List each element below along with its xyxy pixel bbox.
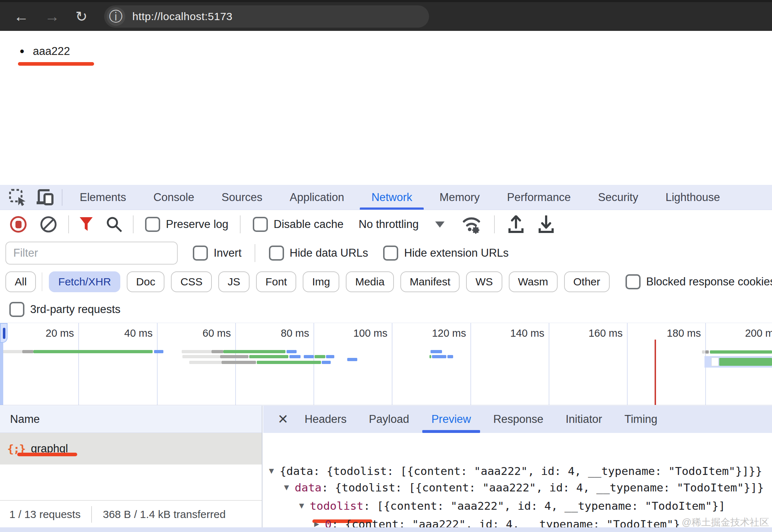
tab-memory[interactable]: Memory: [426, 185, 493, 210]
forward-icon[interactable]: →: [45, 9, 60, 24]
waterfall-bar: [257, 361, 321, 364]
tab-payload[interactable]: Payload: [358, 406, 420, 433]
hide-extension-urls-checkbox[interactable]: [383, 246, 398, 261]
tab-initiator[interactable]: Initiator: [554, 406, 613, 433]
import-har-icon[interactable]: [508, 215, 524, 233]
waterfall-bar: [182, 355, 220, 358]
waterfall-bar: [304, 355, 314, 358]
expand-arrow-icon[interactable]: ▼: [299, 501, 304, 510]
third-party-row: 3rd-party requests: [0, 297, 772, 322]
json-key: todolist: [310, 499, 363, 512]
network-overview-timeline[interactable]: 20 ms 40 ms 60 ms 80 ms 100 ms 120 ms 14…: [0, 323, 772, 405]
chip-js[interactable]: JS: [218, 271, 250, 292]
gridline: [313, 323, 314, 405]
json-tree-row[interactable]: ▶0: {content: "aaa222", id: 4, __typenam…: [314, 518, 680, 528]
screenshot-root: ← → ↻ ⓘ http://localhost:5173 • aaa222: [0, 0, 772, 532]
gridline: [627, 323, 628, 405]
chip-media[interactable]: Media: [346, 271, 394, 292]
gridline: [235, 323, 236, 405]
waterfall-bar: [154, 350, 163, 353]
tab-performance[interactable]: Performance: [493, 185, 584, 210]
record-icon[interactable]: [10, 216, 27, 233]
device-toolbar-icon[interactable]: [35, 188, 55, 206]
filter-input[interactable]: [5, 242, 178, 265]
waterfall-bar: [315, 355, 325, 358]
tab-elements[interactable]: Elements: [66, 185, 140, 210]
chip-all[interactable]: All: [5, 271, 36, 292]
chip-font[interactable]: Font: [256, 271, 296, 292]
network-filter-row: Invert Hide data URLs Hide extension URL…: [0, 239, 772, 267]
details-tab-bar: ✕ Headers Payload Preview Response Initi…: [263, 406, 772, 433]
todo-list-item: • aaa222: [20, 44, 70, 59]
chip-doc[interactable]: Doc: [127, 271, 164, 292]
invert-checkbox[interactable]: [193, 246, 208, 261]
expand-arrow-icon[interactable]: ▼: [269, 466, 274, 475]
tab-network[interactable]: Network: [358, 185, 426, 210]
chip-fetch-xhr[interactable]: Fetch/XHR: [49, 271, 120, 292]
inspect-icon[interactable]: [9, 188, 27, 206]
json-tree-row[interactable]: ▼data: {todolist: [{content: "aaa222", i…: [284, 481, 764, 494]
name-column-header[interactable]: Name: [0, 406, 262, 433]
waterfall-bar: [223, 350, 285, 353]
annotation-underline: [17, 453, 77, 456]
chip-wasm[interactable]: Wasm: [509, 271, 558, 292]
tab-preview[interactable]: Preview: [420, 406, 482, 433]
waterfall-bar: [220, 355, 248, 358]
search-icon[interactable]: [106, 216, 123, 233]
export-har-icon[interactable]: [538, 215, 554, 233]
todo-item-text: aaa222: [33, 45, 70, 58]
json-tree-row[interactable]: ▼{data: {todolist: [{content: "aaa222", …: [269, 465, 762, 477]
overview-drag-handle[interactable]: [0, 323, 8, 343]
tab-security[interactable]: Security: [585, 185, 652, 210]
chip-ws[interactable]: WS: [466, 271, 502, 292]
tab-timing[interactable]: Timing: [613, 406, 669, 433]
clear-icon[interactable]: [39, 215, 57, 233]
filter-icon[interactable]: [79, 216, 93, 232]
close-icon[interactable]: ✕: [278, 412, 288, 427]
invert-label: Invert: [214, 247, 242, 260]
tab-sources[interactable]: Sources: [208, 185, 276, 210]
tab-headers[interactable]: Headers: [293, 406, 358, 433]
tick-label: 60 ms: [203, 327, 231, 339]
waterfall-bar: [429, 355, 431, 358]
browser-toolbar: ← → ↻ ⓘ http://localhost:5173: [0, 0, 772, 31]
bottom-strip: [0, 527, 772, 532]
disable-cache-checkbox[interactable]: [253, 217, 268, 232]
json-tree-row[interactable]: ▼todolist: [{content: "aaa222", id: 4, _…: [299, 499, 725, 512]
chip-img[interactable]: Img: [303, 271, 339, 292]
chip-css[interactable]: CSS: [171, 271, 212, 292]
url-field[interactable]: ⓘ http://localhost:5173: [104, 5, 429, 28]
back-icon[interactable]: ←: [14, 9, 29, 24]
waterfall-bar: [719, 358, 772, 366]
third-party-checkbox[interactable]: [9, 302, 24, 317]
tab-console[interactable]: Console: [140, 185, 208, 210]
request-count: 1 / 13 requests: [9, 508, 80, 521]
request-type-filters: All Fetch/XHR Doc CSS JS Font Img Media …: [0, 268, 772, 296]
throttling-select[interactable]: No throttling: [359, 218, 419, 231]
divider: [42, 272, 42, 291]
hide-data-urls-checkbox[interactable]: [269, 246, 284, 261]
waterfall-bar: [287, 350, 297, 353]
table-row[interactable]: {;} graphql: [0, 433, 262, 465]
preserve-log-checkbox[interactable]: [145, 217, 160, 232]
site-info-icon[interactable]: ⓘ: [107, 7, 125, 26]
tab-response[interactable]: Response: [482, 406, 555, 433]
waterfall-bar: [710, 350, 772, 354]
waterfall-bar: [211, 350, 223, 353]
tab-lighthouse[interactable]: Lighthouse: [652, 185, 734, 210]
chip-manifest[interactable]: Manifest: [400, 271, 460, 292]
chevron-down-icon[interactable]: [435, 221, 445, 228]
chip-other[interactable]: Other: [564, 271, 610, 292]
url-text[interactable]: http://localhost:5173: [132, 10, 233, 23]
blocked-cookies-checkbox[interactable]: [625, 274, 641, 289]
json-value: : [{content: "aaa222", id: 4, __typename…: [363, 499, 725, 512]
gridline: [157, 323, 158, 405]
tick-label: 180 ms: [667, 327, 701, 339]
expand-arrow-icon[interactable]: ▼: [284, 482, 289, 492]
waterfall-bar: [347, 358, 357, 361]
network-conditions-icon[interactable]: [461, 215, 482, 234]
transferred-size: 368 B / 1.4 kB transferred: [103, 508, 225, 521]
collapse-arrow-icon[interactable]: ▶: [314, 519, 319, 528]
tab-application[interactable]: Application: [276, 185, 358, 210]
reload-icon[interactable]: ↻: [75, 9, 88, 24]
